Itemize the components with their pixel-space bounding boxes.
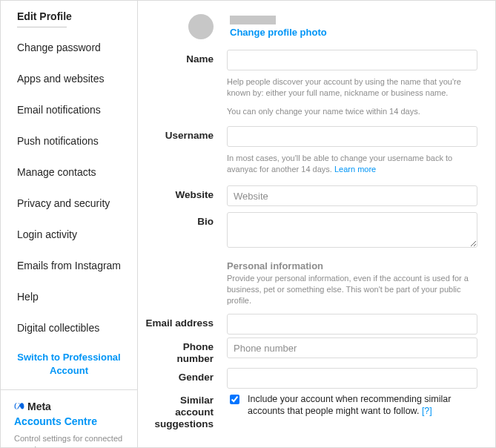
personal-info-title: Personal information <box>227 260 477 271</box>
phone-input[interactable] <box>227 337 477 358</box>
username-label: Username <box>145 126 227 142</box>
accounts-centre-desc: Control settings for connected experienc… <box>14 433 124 448</box>
similar-checkbox-label: Include your account when recommending s… <box>248 393 477 417</box>
similar-text: Include your account when recommending s… <box>248 394 451 416</box>
name-help-2: You can only change your name twice with… <box>227 106 477 117</box>
sidebar-item-login-activity[interactable]: Login activity <box>1 219 137 250</box>
website-input[interactable] <box>227 185 477 206</box>
sidebar-list: Edit Profile Change password Apps and we… <box>1 1 137 343</box>
bio-label: Bio <box>145 212 227 228</box>
edit-profile-form: Change profile photo Name Help people di… <box>138 1 495 447</box>
username-redacted <box>230 16 276 24</box>
similar-label: Similar account suggestions <box>145 393 227 430</box>
settings-sidebar: Edit Profile Change password Apps and we… <box>1 1 138 447</box>
avatar-row: Change profile photo <box>145 14 477 39</box>
meta-brand-text: Meta <box>27 401 51 412</box>
sidebar-item-edit-profile[interactable]: Edit Profile <box>1 1 137 32</box>
sidebar-item-change-password[interactable]: Change password <box>1 32 137 63</box>
name-help-1: Help people discover your account by usi… <box>227 76 477 99</box>
similar-help-link[interactable]: [?] <box>422 406 432 416</box>
accounts-centre-box: Meta Accounts Centre Control settings fo… <box>1 389 137 448</box>
sidebar-item-digital-collectibles[interactable]: Digital collectibles <box>1 312 137 343</box>
sidebar-item-manage-contacts[interactable]: Manage contacts <box>1 157 137 188</box>
sidebar-item-email-notifications[interactable]: Email notifications <box>1 94 137 125</box>
bio-input[interactable] <box>227 212 477 248</box>
website-label: Website <box>145 185 227 201</box>
sidebar-item-emails-instagram[interactable]: Emails from Instagram <box>1 250 137 281</box>
meta-brand-row: Meta <box>14 401 124 412</box>
sidebar-item-help[interactable]: Help <box>1 281 137 312</box>
accounts-centre-link[interactable]: Accounts Centre <box>14 415 124 427</box>
switch-professional-link[interactable]: Switch to Professional Account <box>1 343 137 389</box>
personal-info-desc: Provide your personal information, even … <box>227 273 477 306</box>
sidebar-item-push-notifications[interactable]: Push notifications <box>1 125 137 157</box>
change-photo-link[interactable]: Change profile photo <box>230 27 477 38</box>
sidebar-item-apps-websites[interactable]: Apps and websites <box>1 63 137 94</box>
learn-more-link[interactable]: Learn more <box>334 165 376 174</box>
email-label: Email address <box>145 314 227 329</box>
avatar-text: Change profile photo <box>230 16 477 38</box>
settings-page: Edit Profile Change password Apps and we… <box>0 0 496 448</box>
name-label: Name <box>145 50 227 65</box>
gender-input[interactable] <box>227 368 477 389</box>
avatar[interactable] <box>188 14 214 39</box>
username-help: In most cases, you'll be able to change … <box>227 153 477 175</box>
gender-label: Gender <box>145 368 227 383</box>
phone-label: Phone number <box>145 337 227 365</box>
similar-checkbox[interactable] <box>230 395 239 404</box>
username-input[interactable] <box>227 126 477 147</box>
name-input[interactable] <box>227 50 477 70</box>
sidebar-item-privacy-security[interactable]: Privacy and security <box>1 188 137 219</box>
email-input[interactable] <box>227 314 477 335</box>
meta-icon <box>14 401 24 412</box>
